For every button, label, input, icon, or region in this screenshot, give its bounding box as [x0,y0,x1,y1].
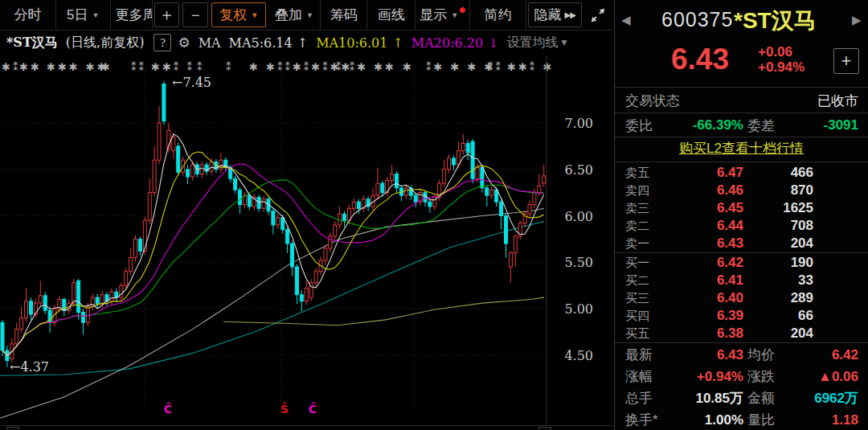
ask-price: 6.45 [663,200,743,216]
ask-level-label: 卖一 [625,236,663,252]
divider [615,137,868,137]
ask-price: 6.43 [663,235,743,252]
stat-value: 10.85万 [683,389,743,407]
toolbar-label: 隐藏 [534,6,562,24]
ma-indicator-title: MA [199,35,221,51]
double-arrow-right-icon: ▶▶ [565,10,575,19]
fullscreen-expand-icon [590,7,606,23]
toolbar-label: 复权 [219,6,247,24]
buy-l2-quotes-link[interactable]: 购买L2查看十档行情 [615,139,868,158]
help-icon[interactable]: ? [154,34,171,51]
toolbar-button-draw-line[interactable]: 画线 [367,0,416,30]
ma-settings-button[interactable]: 设置均线 [507,35,559,51]
toolbar-button-more-periods[interactable]: 更多周期 [111,0,153,30]
stat-value: 6.43 [683,347,743,363]
trading-status-row: 交易状态 已收市 [615,90,868,111]
event-marker-s[interactable]: Ŝ [277,403,292,416]
ask-level-label: 卖四 [625,183,663,199]
stat-value: 1.00% [683,412,743,428]
trading-status-label: 交易状态 [625,92,817,110]
ask-volume: 708 [743,218,813,234]
ask-row-3[interactable]: 卖三 6.45 1625 [615,199,868,217]
divider [615,162,868,162]
stat-label: 均价 [747,346,805,364]
event-marker-c[interactable]: Ĉ [305,403,320,416]
toolbar-label: 5日 [67,6,88,24]
last-price: 6.43 [671,43,729,76]
bid-row-2[interactable]: 买二 6.41 33 [615,272,868,289]
divider [615,113,868,113]
event-marker-c[interactable]: Ĉ [161,403,175,416]
ma5-value: MA5:6.14 [229,35,293,51]
axis-tick-label: 6.00 [547,209,593,224]
ask-row-2[interactable]: 卖二 6.44 708 [615,217,868,235]
chevron-down-icon: ▼ [562,39,567,47]
ma5-trend-arrow-icon: ↑ [297,35,308,51]
gear-icon[interactable]: ⚙ [178,35,190,51]
toolbar-button-overlay[interactable]: 叠加▼ [268,0,321,30]
chevron-down-icon: ▼ [306,11,313,19]
next-stock-arrow[interactable]: ▶ [852,13,862,27]
weibi-label: 委比 [625,117,683,135]
price-change-percent: +0.94% [758,59,805,75]
toolbar-label: 叠加 [275,6,302,24]
weibi-value: -66.39% [683,117,743,133]
price-change-block: +0.06 +0.94% [758,44,805,75]
bid-row-5[interactable]: 买五 6.38 204 [615,325,868,342]
ask-row-1[interactable]: 卖一 6.43 204 [615,235,868,252]
chevron-down-icon: ▼ [451,11,458,19]
stock-app-window: 分时 5日▼ 更多周期 ＋ － 复权▼ 叠加▼ 筹码 画线 显示▼ 简约 隐藏▶… [0,0,868,430]
bid-volume: 190 [743,255,813,271]
bid-volume: 289 [743,290,813,306]
toolbar-button-adjust-rights[interactable]: 复权▼ [211,2,267,27]
toolbar-button-chips[interactable]: 筹码 [321,0,367,30]
ma10-trend-arrow-icon: ↑ [392,35,403,51]
ma20-trend-arrow-icon: ↓ [488,35,498,51]
toolbar-label: 简约 [484,6,511,24]
stat-label: 总手 [625,389,683,407]
weicha-label: 委差 [747,117,805,135]
toolbar-button-timeshare[interactable]: 分时 [0,0,56,30]
ask-level-label: 卖五 [625,166,663,181]
bid-row-3[interactable]: 买三 6.40 289 [615,289,868,307]
bid-level-label: 买五 [625,326,663,342]
ask-price: 6.46 [663,182,743,199]
prev-stock-arrow[interactable]: ◀ [621,13,631,27]
bid-volume: 33 [743,272,813,289]
divider [615,252,868,253]
bid-level-label: 买一 [625,256,663,271]
price-change: +0.06 [758,44,805,59]
date-axis-right-box [538,427,551,430]
x-axis-line [0,425,613,426]
stats-row-clipped: 最高 最低 [615,427,868,430]
stat-value: 1.18 [805,412,858,428]
add-to-watchlist-button[interactable]: + [833,48,859,74]
bid-volume: 204 [743,326,813,342]
stat-value: +0.94% [683,369,743,385]
toolbar-button-hide[interactable]: 隐藏▶▶ [528,2,582,27]
bid-level-label: 买二 [625,273,663,289]
stats-row: 总手 10.85万 金额 6962万 [615,387,868,409]
candlestick-chart-canvas[interactable]: ←7.45←4.37 [0,56,613,426]
bid-volume: 66 [743,308,813,324]
toolbar-button-simple-mode[interactable]: 简约 [470,0,526,30]
toolbar-label: 显示 [420,6,447,24]
minus-icon: － [187,4,203,26]
stat-value: ▲0.06 [805,369,858,385]
zoom-out-button[interactable]: － [182,2,207,27]
fullscreen-button[interactable] [583,0,613,30]
bid-level-label: 买四 [625,309,663,324]
bid-price: 6.38 [663,326,743,342]
ask-volume: 204 [743,235,813,252]
stat-value: 6.42 [805,347,858,363]
ma10-value: MA10:6.01 [316,35,387,51]
bid-row-4[interactable]: 买四 6.39 66 [615,307,868,325]
ask-volume: 870 [743,182,813,199]
ask-row-4[interactable]: 卖四 6.46 870 [615,182,868,199]
chart-header: *ST汉马 (日线,前复权) ? ⚙ MA MA5:6.14 ↑ MA10:6.… [0,31,613,55]
zoom-in-button[interactable]: ＋ [154,2,179,27]
toolbar-button-display[interactable]: 显示▼ [416,0,470,30]
toolbar-button-5day[interactable]: 5日▼ [56,0,111,30]
bid-row-1[interactable]: 买一 6.42 190 [615,254,868,272]
ask-row-5[interactable]: 卖五 6.47 466 [615,164,868,182]
